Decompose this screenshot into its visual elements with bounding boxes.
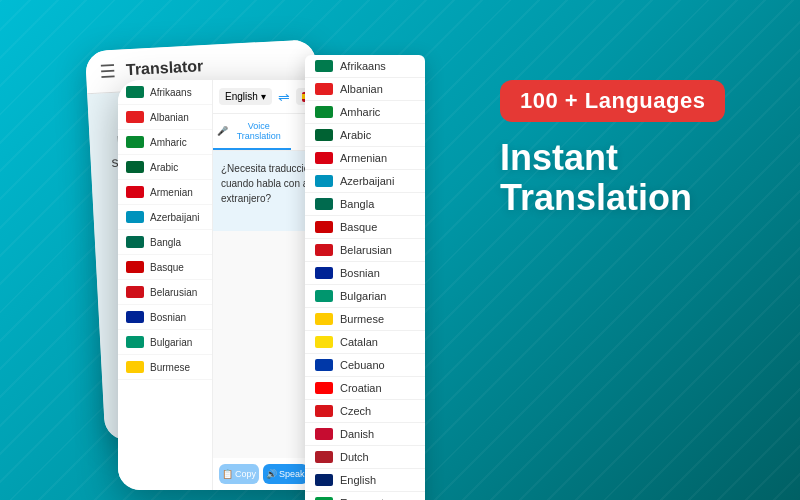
dropdown-language-item[interactable]: Albanian <box>305 78 425 101</box>
dropdown-language-item[interactable]: Basque <box>305 216 425 239</box>
speaker-icon: 🔊 <box>266 469 277 479</box>
flag-icon <box>315 359 333 371</box>
language-name: Armenian <box>340 152 387 164</box>
dropdown-language-item[interactable]: English <box>305 469 425 492</box>
language-name: Burmese <box>150 362 190 373</box>
dropdown-language-item[interactable]: Azerbaijani <box>305 170 425 193</box>
dropdown-language-item[interactable]: Belarusian <box>305 239 425 262</box>
flag-icon <box>315 83 333 95</box>
dropdown-language-item[interactable]: Armenian <box>305 147 425 170</box>
dropdown-language-item[interactable]: Cebuano <box>305 354 425 377</box>
sidebar-language-item[interactable]: Basque <box>118 255 212 280</box>
flag-icon <box>315 129 333 141</box>
flag-icon <box>315 313 333 325</box>
flag-icon <box>315 106 333 118</box>
language-name: Belarusian <box>340 244 392 256</box>
flag-icon <box>126 161 144 173</box>
swap-languages-icon[interactable]: ⇌ <box>276 89 292 105</box>
tagline-text: Instant Translation <box>500 138 692 217</box>
flag-icon <box>126 111 144 123</box>
flag-icon <box>126 136 144 148</box>
language-name: Bulgarian <box>340 290 386 302</box>
flag-icon <box>315 267 333 279</box>
copy-button[interactable]: 📋 Copy <box>219 464 259 484</box>
dropdown-language-item[interactable]: Bosnian <box>305 262 425 285</box>
language-name: Armenian <box>150 187 193 198</box>
flag-icon <box>126 261 144 273</box>
sidebar-language-item[interactable]: Bosnian <box>118 305 212 330</box>
language-sidebar: AfrikaansAlbanianAmharicArabicArmenianAz… <box>118 80 213 490</box>
dropdown-language-item[interactable]: Croatian <box>305 377 425 400</box>
language-name: Albanian <box>150 112 189 123</box>
language-name: Amharic <box>340 106 380 118</box>
language-name: Afrikaans <box>340 60 386 72</box>
dropdown-language-item[interactable]: Burmese <box>305 308 425 331</box>
right-content-panel: 100 + Languages Instant Translation <box>500 80 760 217</box>
from-language-label: English <box>225 91 258 102</box>
flag-icon <box>315 60 333 72</box>
phone-back-title: Translator <box>126 57 204 79</box>
flag-icon <box>126 86 144 98</box>
dropdown-language-item[interactable]: Amharic <box>305 101 425 124</box>
language-name: Arabic <box>340 129 371 141</box>
flag-icon <box>315 198 333 210</box>
language-name: Burmese <box>340 313 384 325</box>
flag-icon <box>315 221 333 233</box>
flag-icon <box>126 211 144 223</box>
copy-icon: 📋 <box>222 469 233 479</box>
hamburger-icon: ☰ <box>99 60 116 83</box>
from-language-button[interactable]: English ▾ <box>219 88 272 105</box>
dropdown-language-item[interactable]: Bulgarian <box>305 285 425 308</box>
dropdown-language-item[interactable]: Bangla <box>305 193 425 216</box>
flag-icon <box>126 361 144 373</box>
sidebar-language-item[interactable]: Bangla <box>118 230 212 255</box>
sidebar-language-item[interactable]: Amharic <box>118 130 212 155</box>
languages-badge: 100 + Languages <box>500 80 725 122</box>
dropdown-language-item[interactable]: Afrikaans <box>305 55 425 78</box>
language-name: Czech <box>340 405 371 417</box>
language-name: Danish <box>340 428 374 440</box>
language-name: Amharic <box>150 137 187 148</box>
language-dropdown[interactable]: AfrikaansAlbanianAmharicArabicArmenianAz… <box>305 55 425 500</box>
flag-icon <box>126 186 144 198</box>
speak-button[interactable]: 🔊 Speak <box>263 464 308 484</box>
language-name: Cebuano <box>340 359 385 371</box>
flag-icon <box>315 382 333 394</box>
sidebar-language-item[interactable]: Armenian <box>118 180 212 205</box>
tab-voice-translation[interactable]: 🎤 Voice Translation <box>213 114 291 150</box>
language-name: Basque <box>150 262 184 273</box>
sidebar-language-item[interactable]: Azerbaijani <box>118 205 212 230</box>
flag-icon <box>315 336 333 348</box>
sidebar-language-item[interactable]: Albanian <box>118 105 212 130</box>
flag-icon <box>315 244 333 256</box>
flag-icon <box>126 286 144 298</box>
flag-icon <box>126 336 144 348</box>
flag-icon <box>126 236 144 248</box>
flag-icon <box>315 405 333 417</box>
language-name: Croatian <box>340 382 382 394</box>
sidebar-language-item[interactable]: Belarusian <box>118 280 212 305</box>
sidebar-language-item[interactable]: Afrikaans <box>118 80 212 105</box>
language-name: Bangla <box>340 198 374 210</box>
voice-tab-label: Voice Translation <box>231 121 287 141</box>
sidebar-language-item[interactable]: Burmese <box>118 355 212 380</box>
sidebar-language-item[interactable]: Bulgarian <box>118 330 212 355</box>
dropdown-language-item[interactable]: Esperanto <box>305 492 425 500</box>
dropdown-language-item[interactable]: Dutch <box>305 446 425 469</box>
dropdown-language-item[interactable]: Danish <box>305 423 425 446</box>
flag-icon <box>315 152 333 164</box>
dropdown-language-item[interactable]: Czech <box>305 400 425 423</box>
dropdown-language-item[interactable]: Arabic <box>305 124 425 147</box>
flag-icon <box>315 290 333 302</box>
mic-icon: 🎤 <box>217 126 228 136</box>
language-name: Bosnian <box>340 267 380 279</box>
sidebar-language-item[interactable]: Arabic <box>118 155 212 180</box>
language-name: Catalan <box>340 336 378 348</box>
language-name: Basque <box>340 221 377 233</box>
language-name: Bulgarian <box>150 337 192 348</box>
language-name: English <box>340 474 376 486</box>
language-name: Bangla <box>150 237 181 248</box>
dropdown-language-item[interactable]: Catalan <box>305 331 425 354</box>
language-name: Belarusian <box>150 287 197 298</box>
language-name: Albanian <box>340 83 383 95</box>
